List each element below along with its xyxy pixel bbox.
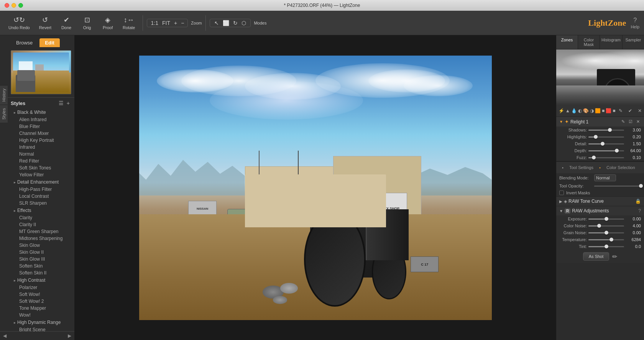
as-shot-button[interactable]: As Shot: [583, 252, 610, 261]
tool-icon-10[interactable]: ■: [613, 107, 615, 115]
style-alien-infrared[interactable]: Alien Infrared: [11, 116, 74, 123]
raw-adjustments-header[interactable]: ▼ R RAW Adjustments ?: [556, 206, 644, 215]
style-polarizer[interactable]: Polarizer: [11, 284, 74, 291]
style-infrared[interactable]: Infrared: [11, 144, 74, 151]
style-soft-wow[interactable]: Soft Wow!: [11, 291, 74, 298]
detail-slider[interactable]: [588, 143, 624, 145]
styles-add-button[interactable]: +: [66, 100, 71, 106]
style-clarity[interactable]: Clarity: [11, 214, 74, 221]
color-noise-slider[interactable]: [588, 225, 624, 227]
tool-icon-1[interactable]: ⚡: [559, 107, 564, 115]
style-soft-skin-tones[interactable]: Soft Skin Tones: [11, 164, 74, 171]
style-bright-scene[interactable]: Bright Scene: [11, 326, 74, 331]
undo-redo-button[interactable]: ↺↻ Undo Redo: [5, 14, 34, 31]
raw-adj-help-icon[interactable]: ?: [638, 208, 641, 214]
style-clarity-ii[interactable]: Clarity II: [11, 221, 74, 228]
styles-list[interactable]: ▸ Black & White Alien Infrared Blue Filt…: [0, 108, 74, 331]
scroll-right-arrow[interactable]: ▶: [68, 333, 71, 338]
style-soften-skin-ii[interactable]: Soften Skin II: [11, 269, 74, 276]
style-high-key-portrait[interactable]: High Key Portrait: [11, 137, 74, 144]
style-normal-bw[interactable]: Normal: [11, 151, 74, 158]
zoom-out-button[interactable]: −: [180, 20, 185, 26]
style-yellow-filter[interactable]: Yellow Filter: [11, 171, 74, 178]
category-black-white[interactable]: ▸ Black & White: [11, 108, 74, 116]
relight-btn-1[interactable]: ✎: [620, 119, 626, 124]
rotate-button[interactable]: ↕↔ Rotate: [119, 15, 139, 31]
orig-button[interactable]: ⊡ Orig: [77, 14, 97, 31]
zoom-fit-button[interactable]: FIT: [161, 20, 171, 26]
style-high-pass-filter[interactable]: High-Pass Filter: [11, 186, 74, 193]
zoom-11-button[interactable]: 1:1: [150, 20, 159, 26]
tab-zones[interactable]: Zones: [556, 35, 578, 49]
done-button[interactable]: ✔ Done: [57, 14, 76, 31]
style-local-contrast[interactable]: Local Contrast: [11, 193, 74, 200]
tool-icon-5[interactable]: 🎨: [583, 107, 589, 115]
zoom-in-button[interactable]: +: [173, 20, 178, 26]
invert-masks-checkbox[interactable]: [559, 191, 564, 195]
close-button[interactable]: [5, 3, 9, 8]
style-red-filter[interactable]: Red Filter: [11, 158, 74, 164]
style-channel-mixer[interactable]: Channel Mixer: [11, 130, 74, 137]
minimize-button[interactable]: [12, 3, 16, 8]
style-slr-sharpen[interactable]: SLR Sharpen: [11, 200, 74, 207]
style-soft-wow-2[interactable]: Soft Wow! 2: [11, 298, 74, 305]
tool-icon-6[interactable]: ◑: [590, 107, 594, 115]
style-blue-filter[interactable]: Blue Filter: [11, 123, 74, 130]
edit-tab[interactable]: Edit: [39, 38, 60, 47]
rotate-mode-button[interactable]: ↻: [232, 20, 239, 26]
style-skin-glow-iii[interactable]: Skin Glow III: [11, 256, 74, 263]
tool-icon-4[interactable]: ◐: [578, 107, 582, 115]
tint-slider[interactable]: [588, 246, 624, 247]
tab-histogram[interactable]: Histogram: [600, 35, 623, 49]
style-skin-glow-ii[interactable]: Skin Glow II: [11, 249, 74, 256]
tool-icon-8[interactable]: ■: [602, 107, 605, 115]
depth-slider[interactable]: [588, 150, 624, 151]
style-mt-green-sharpen[interactable]: MT Green Sharpen: [11, 228, 74, 235]
help-button[interactable]: ? Help: [631, 17, 639, 29]
grain-noise-slider[interactable]: [588, 232, 624, 233]
exposure-slider[interactable]: [588, 218, 624, 220]
style-wow[interactable]: Wow!: [11, 312, 74, 319]
category-detail-enhancement[interactable]: ▸ Detail Enhancement: [11, 178, 74, 186]
tool-icon-9[interactable]: 🟥: [606, 107, 611, 115]
browse-tab[interactable]: Browse: [11, 38, 38, 47]
style-tone-mapper[interactable]: Tone Mapper: [11, 305, 74, 312]
shadows-slider[interactable]: [588, 130, 624, 131]
category-hdr[interactable]: ▸ High Dynamic Range: [11, 319, 74, 326]
style-midtones-sharpening[interactable]: Midtones Sharpening: [11, 235, 74, 242]
history-tab[interactable]: History: [0, 85, 8, 105]
tool-icon-7[interactable]: 🟧: [595, 107, 601, 115]
proof-button[interactable]: ◈ Proof: [98, 14, 117, 31]
maximize-button[interactable]: [18, 3, 23, 8]
style-skin-glow[interactable]: Skin Glow: [11, 242, 74, 249]
relight-header[interactable]: ▼ ✦ Relight 1 ✎ ☑ ✕: [556, 117, 644, 126]
tool-action-2[interactable]: ✔: [626, 107, 634, 115]
tab-sampler[interactable]: Sampler: [623, 35, 644, 49]
highlights-slider[interactable]: [588, 136, 624, 138]
tool-action-3[interactable]: ✕: [636, 107, 644, 115]
raw-tone-curve-header[interactable]: ▶ ◈ RAW Tone Curve 🔒: [556, 196, 644, 206]
tab-color-mask[interactable]: Color Mask: [578, 35, 600, 49]
eyedropper-button[interactable]: ✏: [612, 253, 617, 260]
relight-btn-3[interactable]: ✕: [635, 119, 641, 124]
tool-icon-3[interactable]: 💧: [571, 107, 577, 115]
revert-button[interactable]: ↺ Revert: [35, 14, 55, 31]
tool-opacity-slider[interactable]: [594, 186, 641, 187]
window-controls[interactable]: [5, 3, 23, 8]
blending-mode-select[interactable]: Normal Multiply Screen Overlay Soft Ligh…: [594, 174, 616, 181]
tool-icon-2[interactable]: ▲: [565, 107, 570, 115]
exposure-label: Exposure:: [559, 217, 587, 221]
styles-list-view-button[interactable]: ☰: [58, 100, 64, 106]
tool-action-1[interactable]: ✎: [616, 107, 625, 115]
styles-tab-vertical[interactable]: Styles: [0, 105, 8, 123]
select-mode-button[interactable]: ↖: [213, 20, 220, 26]
category-effects[interactable]: ▸ Effects: [11, 207, 74, 214]
scroll-left-arrow[interactable]: ◀: [3, 333, 7, 338]
fuzz-slider[interactable]: [588, 157, 624, 158]
style-soften-skin[interactable]: Soften Skin: [11, 263, 74, 269]
temperature-slider[interactable]: [588, 239, 624, 240]
region-mode-button[interactable]: ⬡: [240, 20, 247, 26]
crop-mode-button[interactable]: ⬜: [222, 20, 230, 26]
category-high-contrast[interactable]: ▸ High Contrast: [11, 276, 74, 284]
relight-btn-2[interactable]: ☑: [628, 119, 634, 124]
